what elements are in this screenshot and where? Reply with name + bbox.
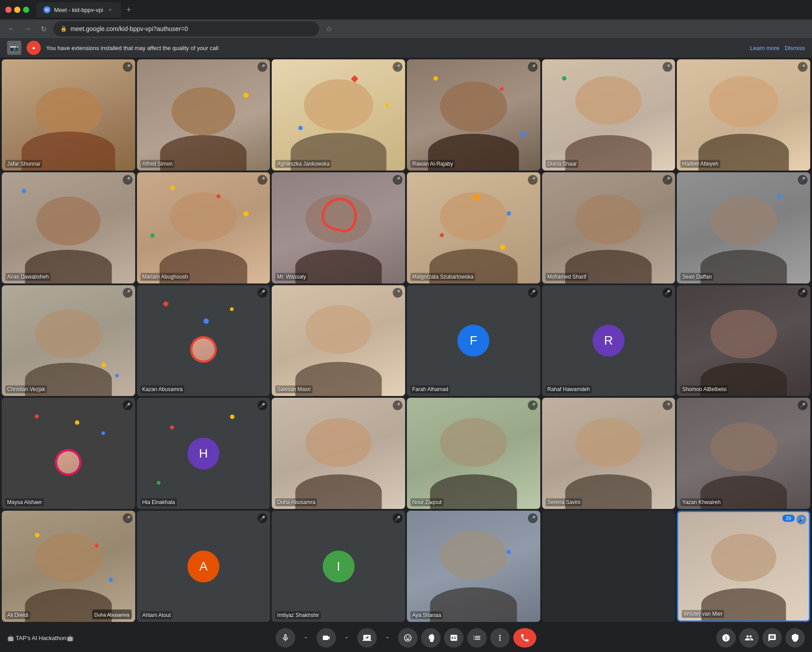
people-button[interactable]	[739, 628, 759, 648]
participant-name-sawsan: Sawsan Masri	[275, 385, 312, 393]
mic-muted-icon-serena: 🎤	[664, 403, 671, 408]
participant-name-maysa: Maysa Alshaer	[5, 498, 44, 506]
farah-avatar: F	[457, 325, 489, 357]
participant-tile-aya[interactable]: 🎤 Aya Shanaa	[407, 511, 540, 622]
forward-button[interactable]: →	[21, 23, 34, 35]
mic-on-icon-mwassaly: 🎤	[394, 177, 401, 182]
mute-indicator-nour: 🎤	[528, 400, 538, 410]
reactions-button[interactable]	[398, 628, 418, 648]
tab-title: Meet - kid-bppv-vpi	[54, 7, 103, 13]
participant-tile-sawsan[interactable]: 🎤 Sawsan Masri	[272, 285, 405, 396]
participant-count-badge: 29	[782, 515, 795, 522]
participant-tile-yazan[interactable]: 🎤 Yazan Khwaireh	[677, 398, 810, 509]
participant-name-yazan: Yazan Khwaireh	[680, 498, 722, 506]
learn-more-link[interactable]: Learn more	[750, 45, 779, 51]
raise-hand-button[interactable]	[421, 628, 441, 648]
participant-tile-serena[interactable]: 🎤 Serena Savini	[542, 398, 675, 509]
present-button[interactable]	[357, 628, 377, 648]
close-window-button[interactable]	[5, 7, 12, 13]
mic-chevron-button[interactable]	[299, 631, 313, 645]
participant-tile-kazan[interactable]: 🎤 Kazan Abusamra	[137, 285, 270, 396]
dismiss-button[interactable]: Dismiss	[785, 45, 805, 51]
participant-tile-hia[interactable]: H 🎤 Hia Elnakhala	[137, 398, 270, 509]
mute-indicator-wouter: 🎤	[796, 515, 806, 524]
mute-indicator-sean: 🎤	[798, 175, 808, 185]
participant-tile-mariam[interactable]: 🎤 Mariam Abughoush	[137, 172, 270, 283]
mic-button[interactable]	[276, 628, 295, 648]
tab-close-button[interactable]: ×	[107, 6, 114, 13]
mute-indicator-imtiyaz: 🎤	[393, 513, 402, 523]
participant-count: 29	[786, 516, 791, 521]
mute-indicator-msharif: 🎤	[663, 175, 672, 185]
traffic-lights	[5, 7, 29, 13]
participant-tile-jafar[interactable]: 🎤 Jafar Shunnar	[2, 59, 135, 171]
participant-tile-wouter[interactable]: 29 🎤 Wouter van Mier	[677, 511, 810, 622]
present-chevron-button[interactable]	[380, 631, 394, 645]
participant-name-malgorzata: Malgorzata Szubartowska	[410, 273, 475, 281]
fullscreen-window-button[interactable]	[23, 7, 29, 13]
mic-muted-icon-imtiyaz: 🎤	[394, 516, 401, 521]
participant-tile-farah[interactable]: F 🎤 Farah Alhamad	[407, 285, 540, 396]
participant-tile-alfred[interactable]: 🎤 Alfred Simon	[137, 59, 270, 171]
participant-tile-agnieszka[interactable]: 🎤 Agnieszka Jankowska	[272, 59, 405, 171]
right-controls	[607, 628, 805, 648]
participant-name-christian: Christian Vezjak	[5, 385, 47, 393]
activities-button[interactable]	[467, 628, 487, 648]
mute-indicator-maysa: 🎤	[123, 400, 133, 410]
captions-button[interactable]	[444, 628, 464, 648]
participant-tile-christian[interactable]: 🎤 Christian Vezjak	[2, 285, 135, 396]
minimize-window-button[interactable]	[14, 7, 20, 13]
active-tab[interactable]: M Meet - kid-bppv-vpi ×	[36, 2, 121, 17]
participant-name-hia: Hia Elnakhala	[141, 498, 177, 506]
camera-chevron-button[interactable]	[340, 631, 354, 645]
mic-muted-icon-alfred: 🎤	[259, 64, 265, 70]
mic-muted-icon-ali: 🎤	[125, 516, 131, 521]
mic-muted-icon-sean: 🎤	[800, 177, 806, 182]
tab-favicon: M	[43, 6, 51, 13]
participant-tile-diana[interactable]: 🎤 Diana Shaar	[542, 59, 675, 171]
reload-button[interactable]: ↻	[37, 23, 50, 35]
participant-name-sean: Sean Daffan	[680, 273, 714, 281]
mute-indicator-sawsan: 🎤	[393, 288, 402, 298]
participant-tile-malgorzata[interactable]: 🎤 Malgorzata Szubartowska	[407, 172, 540, 283]
participant-tile-ahlam[interactable]: A 🎤 Ahlam Atout	[137, 511, 270, 622]
new-tab-button[interactable]: +	[123, 4, 135, 16]
mute-indicator-shomoo: 🎤	[798, 288, 808, 298]
meeting-details-button[interactable]	[716, 628, 736, 648]
participant-tile-maysa[interactable]: 🎤 Maysa Alshaer	[2, 398, 135, 509]
address-bar[interactable]: 🔒 meet.google.com/kid-bppv-vpi?authuser=…	[53, 21, 319, 36]
mic-muted-icon-nour: 🎤	[530, 403, 536, 408]
participant-tile-hadeel[interactable]: 🎤 Hadeel Atteyeh	[677, 59, 810, 171]
participant-tile-ali[interactable]: 🎤 Ali Dreidi Duha Abusamra	[2, 511, 135, 622]
meeting-name-label: 🤖 TAP's AI Hackathon🤖	[7, 635, 205, 641]
mute-indicator-rawan: 🎤	[528, 62, 538, 72]
participant-tile-rahaf[interactable]: R 🎤 Rahaf Hawamdeh	[542, 285, 675, 396]
ahlam-avatar: A	[187, 551, 219, 582]
participant-name-alfred: Alfred Simon	[141, 160, 175, 168]
participant-tile-shomoo[interactable]: 🎤 Shomoo AlBelbelsi	[677, 285, 810, 396]
host-controls-button[interactable]	[785, 628, 805, 648]
end-call-button[interactable]	[513, 628, 536, 648]
participant-tile-mwassaly[interactable]: 🎤 Mr. Wassaly	[272, 172, 405, 283]
notification-bar: 📷 ● You have extensions installed that m…	[0, 38, 812, 58]
camera-button[interactable]	[316, 628, 336, 648]
mic-muted-icon-duha: 🎤	[394, 403, 401, 408]
mic-on-icon-wouter: 🎤	[798, 517, 804, 523]
notification-text: You have extensions installed that may a…	[46, 45, 745, 51]
bookmark-button[interactable]: ☆	[323, 23, 335, 35]
participant-name-serena: Serena Savini	[546, 498, 582, 506]
participant-tile-rawan[interactable]: 🎤 Rawan Al-Rajaby	[407, 59, 540, 171]
mute-indicator-mwassaly: 🎤	[393, 175, 402, 185]
participant-tile-duha[interactable]: 🎤 Duha Abusamra	[272, 398, 405, 509]
participant-name-duha: Duha Abusamra	[275, 498, 317, 506]
participant-tile-imtiyaz[interactable]: I 🎤 Imtiyaz Shakhshir	[272, 511, 405, 622]
participant-tile-msharif[interactable]: 🎤 Mohamed Sharif	[542, 172, 675, 283]
empty-tile	[542, 511, 675, 622]
mic-muted-icon-hia: 🎤	[259, 403, 265, 408]
more-options-button[interactable]	[490, 628, 510, 648]
back-button[interactable]: ←	[5, 23, 18, 35]
chat-button[interactable]	[762, 628, 782, 648]
participant-tile-anas[interactable]: 🎤 Anas Dawabsheh	[2, 172, 135, 283]
participant-tile-nour[interactable]: 🎤 Nour Zaqout	[407, 398, 540, 509]
participant-tile-sean[interactable]: 🎤 Sean Daffan	[677, 172, 810, 283]
